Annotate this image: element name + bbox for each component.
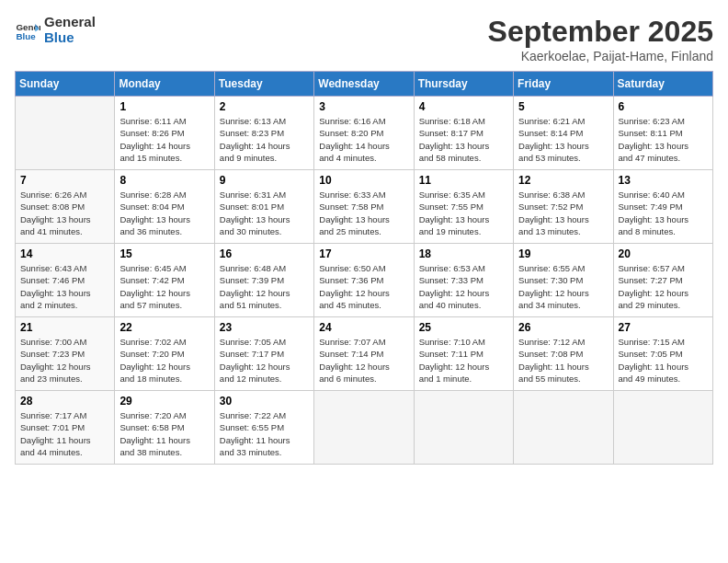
- table-row: 26Sunrise: 7:12 AM Sunset: 7:08 PM Dayli…: [514, 317, 613, 391]
- day-info: Sunrise: 6:21 AM Sunset: 8:14 PM Dayligh…: [518, 115, 608, 164]
- day-number: 24: [319, 321, 408, 334]
- calendar-week-row: 7Sunrise: 6:26 AM Sunset: 8:08 PM Daylig…: [16, 170, 713, 244]
- table-row: 2Sunrise: 6:13 AM Sunset: 8:23 PM Daylig…: [214, 97, 313, 170]
- table-row: [16, 97, 115, 170]
- table-row: [514, 391, 613, 465]
- table-row: [613, 391, 712, 465]
- day-number: 10: [319, 174, 408, 187]
- page-header: General Blue General Blue September 2025…: [15, 15, 713, 63]
- subtitle: Kaerkoelae, Paijat-Hame, Finland: [488, 49, 713, 63]
- table-row: 4Sunrise: 6:18 AM Sunset: 8:17 PM Daylig…: [414, 97, 513, 170]
- day-number: 22: [119, 321, 209, 334]
- table-row: 27Sunrise: 7:15 AM Sunset: 7:05 PM Dayli…: [613, 317, 712, 391]
- title-area: September 2025 Kaerkoelae, Paijat-Hame, …: [488, 15, 713, 63]
- day-info: Sunrise: 7:17 AM Sunset: 7:01 PM Dayligh…: [20, 409, 109, 458]
- logo-general: General: [44, 15, 96, 30]
- day-info: Sunrise: 6:26 AM Sunset: 8:08 PM Dayligh…: [20, 189, 109, 237]
- table-row: [414, 391, 513, 465]
- col-sunday: Sunday: [16, 72, 115, 97]
- table-row: 5Sunrise: 6:21 AM Sunset: 8:14 PM Daylig…: [514, 97, 613, 170]
- day-info: Sunrise: 7:15 AM Sunset: 7:05 PM Dayligh…: [619, 336, 708, 385]
- day-number: 14: [20, 247, 109, 260]
- day-info: Sunrise: 6:55 AM Sunset: 7:30 PM Dayligh…: [518, 262, 608, 311]
- day-info: Sunrise: 6:28 AM Sunset: 8:04 PM Dayligh…: [119, 189, 209, 237]
- col-saturday: Saturday: [613, 72, 712, 97]
- day-number: 21: [20, 321, 109, 334]
- day-info: Sunrise: 7:05 AM Sunset: 7:17 PM Dayligh…: [220, 336, 309, 385]
- day-number: 6: [619, 100, 708, 113]
- day-number: 28: [20, 395, 109, 408]
- day-number: 7: [20, 174, 109, 187]
- table-row: 1Sunrise: 6:11 AM Sunset: 8:26 PM Daylig…: [115, 97, 214, 170]
- day-number: 3: [319, 100, 408, 113]
- table-row: 7Sunrise: 6:26 AM Sunset: 8:08 PM Daylig…: [16, 170, 115, 244]
- table-row: 20Sunrise: 6:57 AM Sunset: 7:27 PM Dayli…: [613, 244, 712, 317]
- day-info: Sunrise: 6:31 AM Sunset: 8:01 PM Dayligh…: [220, 189, 309, 237]
- table-row: 10Sunrise: 6:33 AM Sunset: 7:58 PM Dayli…: [314, 170, 414, 244]
- logo: General Blue General Blue: [15, 15, 96, 45]
- col-tuesday: Tuesday: [214, 72, 313, 97]
- table-row: 22Sunrise: 7:02 AM Sunset: 7:20 PM Dayli…: [115, 317, 214, 391]
- svg-text:Blue: Blue: [16, 30, 36, 40]
- table-row: 29Sunrise: 7:20 AM Sunset: 6:58 PM Dayli…: [115, 391, 214, 465]
- day-info: Sunrise: 6:40 AM Sunset: 7:49 PM Dayligh…: [619, 189, 708, 237]
- day-number: 11: [419, 174, 508, 187]
- table-row: 23Sunrise: 7:05 AM Sunset: 7:17 PM Dayli…: [214, 317, 313, 391]
- day-number: 17: [319, 247, 408, 260]
- calendar-week-row: 1Sunrise: 6:11 AM Sunset: 8:26 PM Daylig…: [16, 97, 713, 170]
- table-row: 24Sunrise: 7:07 AM Sunset: 7:14 PM Dayli…: [314, 317, 414, 391]
- day-number: 2: [220, 100, 309, 113]
- month-title: September 2025: [488, 15, 713, 49]
- calendar-week-row: 28Sunrise: 7:17 AM Sunset: 7:01 PM Dayli…: [16, 391, 713, 465]
- day-number: 8: [119, 174, 209, 187]
- table-row: 15Sunrise: 6:45 AM Sunset: 7:42 PM Dayli…: [115, 244, 214, 317]
- col-monday: Monday: [115, 72, 214, 97]
- table-row: 11Sunrise: 6:35 AM Sunset: 7:55 PM Dayli…: [414, 170, 513, 244]
- day-number: 4: [419, 100, 508, 113]
- day-number: 18: [419, 247, 508, 260]
- table-row: 14Sunrise: 6:43 AM Sunset: 7:46 PM Dayli…: [16, 244, 115, 317]
- day-number: 20: [619, 247, 708, 260]
- day-info: Sunrise: 6:18 AM Sunset: 8:17 PM Dayligh…: [419, 115, 508, 164]
- col-thursday: Thursday: [414, 72, 513, 97]
- day-info: Sunrise: 6:53 AM Sunset: 7:33 PM Dayligh…: [419, 262, 508, 311]
- day-number: 13: [619, 174, 708, 187]
- calendar-week-row: 14Sunrise: 6:43 AM Sunset: 7:46 PM Dayli…: [16, 244, 713, 317]
- day-info: Sunrise: 6:57 AM Sunset: 7:27 PM Dayligh…: [619, 262, 708, 311]
- day-info: Sunrise: 6:43 AM Sunset: 7:46 PM Dayligh…: [20, 262, 109, 311]
- day-number: 1: [119, 100, 209, 113]
- table-row: 25Sunrise: 7:10 AM Sunset: 7:11 PM Dayli…: [414, 317, 513, 391]
- day-info: Sunrise: 6:45 AM Sunset: 7:42 PM Dayligh…: [119, 262, 209, 311]
- day-number: 29: [119, 395, 209, 408]
- day-number: 19: [518, 247, 608, 260]
- col-wednesday: Wednesday: [314, 72, 414, 97]
- day-info: Sunrise: 6:35 AM Sunset: 7:55 PM Dayligh…: [419, 189, 508, 237]
- day-number: 15: [119, 247, 209, 260]
- day-number: 25: [419, 321, 508, 334]
- day-info: Sunrise: 7:20 AM Sunset: 6:58 PM Dayligh…: [119, 409, 209, 458]
- day-info: Sunrise: 6:23 AM Sunset: 8:11 PM Dayligh…: [619, 115, 708, 164]
- day-info: Sunrise: 7:22 AM Sunset: 6:55 PM Dayligh…: [220, 409, 309, 458]
- day-info: Sunrise: 7:00 AM Sunset: 7:23 PM Dayligh…: [20, 336, 109, 385]
- day-info: Sunrise: 6:33 AM Sunset: 7:58 PM Dayligh…: [319, 189, 408, 237]
- day-info: Sunrise: 7:02 AM Sunset: 7:20 PM Dayligh…: [119, 336, 209, 385]
- logo-blue: Blue: [44, 30, 96, 46]
- table-row: 30Sunrise: 7:22 AM Sunset: 6:55 PM Dayli…: [214, 391, 313, 465]
- table-row: 3Sunrise: 6:16 AM Sunset: 8:20 PM Daylig…: [314, 97, 414, 170]
- day-info: Sunrise: 6:50 AM Sunset: 7:36 PM Dayligh…: [319, 262, 408, 311]
- day-number: 27: [619, 321, 708, 334]
- day-number: 26: [518, 321, 608, 334]
- table-row: [314, 391, 414, 465]
- day-number: 12: [518, 174, 608, 187]
- day-number: 23: [220, 321, 309, 334]
- day-info: Sunrise: 6:11 AM Sunset: 8:26 PM Dayligh…: [119, 115, 209, 164]
- day-info: Sunrise: 7:10 AM Sunset: 7:11 PM Dayligh…: [419, 336, 508, 385]
- table-row: 16Sunrise: 6:48 AM Sunset: 7:39 PM Dayli…: [214, 244, 313, 317]
- table-row: 21Sunrise: 7:00 AM Sunset: 7:23 PM Dayli…: [16, 317, 115, 391]
- day-number: 9: [220, 174, 309, 187]
- calendar-body: 1Sunrise: 6:11 AM Sunset: 8:26 PM Daylig…: [16, 97, 713, 465]
- day-info: Sunrise: 6:16 AM Sunset: 8:20 PM Dayligh…: [319, 115, 408, 164]
- day-info: Sunrise: 6:38 AM Sunset: 7:52 PM Dayligh…: [518, 189, 608, 237]
- day-info: Sunrise: 7:12 AM Sunset: 7:08 PM Dayligh…: [518, 336, 608, 385]
- day-info: Sunrise: 7:07 AM Sunset: 7:14 PM Dayligh…: [319, 336, 408, 385]
